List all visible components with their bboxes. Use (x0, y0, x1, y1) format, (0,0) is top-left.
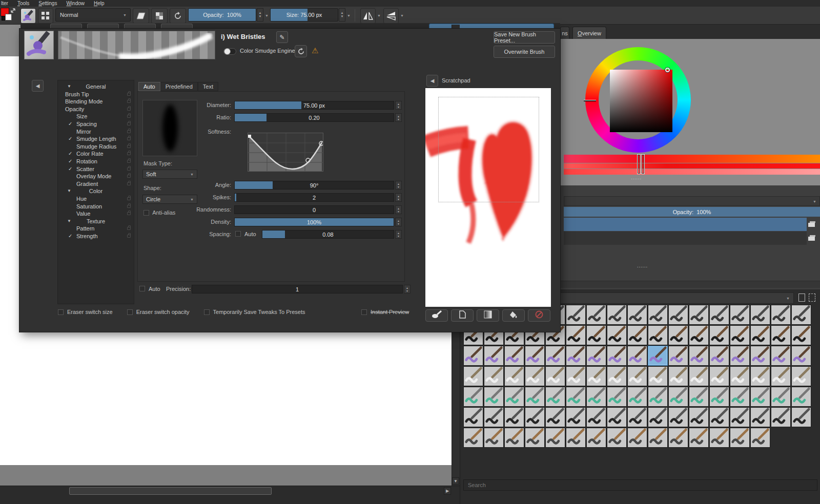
brush-preset[interactable] (791, 305, 811, 325)
brush-preset[interactable] (545, 407, 565, 427)
brush-preset[interactable] (771, 325, 791, 345)
lock-icon[interactable] (127, 167, 131, 171)
reload-preset-button[interactable] (295, 45, 307, 57)
brush-preset[interactable] (627, 325, 647, 345)
document-tab-active[interactable] (429, 24, 554, 29)
mirror-horizontal-button[interactable] (360, 8, 376, 24)
brush-preset[interactable] (791, 325, 811, 345)
softness-curve-editor[interactable] (248, 133, 323, 172)
brush-preset[interactable] (689, 325, 709, 345)
spacing-spinner[interactable]: ▲▼ (395, 230, 402, 239)
brush-preset[interactable] (627, 407, 647, 427)
option-item-gradient[interactable]: Gradient (58, 180, 134, 188)
lock-icon[interactable] (127, 205, 131, 208)
brush-preset[interactable] (668, 407, 688, 427)
instant-preview-checkbox[interactable] (361, 309, 367, 315)
layer-row-selected[interactable] (564, 218, 807, 231)
checkbox[interactable] (127, 309, 133, 315)
option-item-overlay-mode[interactable]: Overlay Mode (58, 173, 134, 180)
option-section-general[interactable]: ▼General (58, 83, 134, 91)
option-item-smudge-radius[interactable]: Smudge Radius (58, 143, 134, 151)
brush-preset[interactable] (566, 305, 586, 325)
ratio-spinner[interactable]: ▲▼ (395, 113, 402, 122)
dock-tab-overview[interactable]: Overview (572, 27, 606, 39)
brush-preset[interactable] (607, 305, 627, 325)
brush-preset[interactable] (525, 346, 545, 366)
density-slider[interactable]: 100% (234, 218, 394, 226)
blending-mode-dropdown[interactable]: Normal ▼ (55, 8, 131, 22)
option-item-scatter[interactable]: ✓Scatter (58, 165, 134, 173)
brush-preset[interactable] (709, 346, 729, 366)
lock-icon[interactable] (127, 100, 131, 103)
strip-handle[interactable] (641, 154, 645, 174)
collapse-options-button[interactable]: ◀ (32, 80, 44, 92)
brush-preset[interactable] (545, 387, 565, 407)
option-item-strength[interactable]: ✓Strength (58, 233, 134, 240)
brush-preset[interactable] (566, 366, 586, 386)
precision-slider[interactable]: 1 (192, 285, 403, 293)
layer-opacity-slider[interactable]: Opacity: 100% (564, 207, 820, 217)
option-item-value[interactable]: Value (58, 210, 134, 218)
scratchpad-gradient-button[interactable] (477, 309, 499, 322)
brush-preset[interactable] (648, 407, 668, 427)
scroll-right-button[interactable]: ▶ (444, 487, 451, 495)
brush-preset[interactable] (586, 305, 606, 325)
splitter-dots[interactable]: ...... (637, 263, 648, 268)
brush-preset[interactable] (791, 387, 811, 407)
tab-auto[interactable]: Auto (138, 82, 160, 91)
brush-preset[interactable] (730, 387, 750, 407)
brush-preset[interactable] (525, 428, 545, 448)
diameter-spinner[interactable]: ▲▼ (395, 101, 402, 110)
import-resource-icon[interactable] (809, 293, 815, 302)
brush-preset[interactable] (689, 346, 709, 366)
lock-icon[interactable] (127, 108, 131, 111)
menu-item-help[interactable]: Help (94, 1, 105, 6)
brush-preset[interactable] (730, 407, 750, 427)
engine-toggle[interactable] (223, 48, 236, 55)
brush-preset[interactable] (730, 305, 750, 325)
opacity-options-chevron-icon[interactable]: ▼ (265, 14, 269, 17)
brush-preset[interactable] (586, 325, 606, 345)
brush-preset[interactable] (586, 428, 606, 448)
lock-icon[interactable] (127, 115, 131, 118)
spikes-slider[interactable]: 2 (234, 193, 394, 202)
brush-preset[interactable] (566, 346, 586, 366)
precision-spinner[interactable]: ▲▼ (404, 285, 411, 293)
lock-icon[interactable] (127, 145, 131, 148)
brush-preset[interactable] (504, 428, 524, 448)
brush-preset[interactable] (607, 346, 627, 366)
checkbox[interactable] (204, 309, 210, 315)
brush-preset[interactable] (525, 366, 545, 386)
lock-icon[interactable] (127, 93, 131, 96)
brush-preset[interactable] (586, 366, 606, 386)
size-options-chevron-icon[interactable]: ▼ (347, 14, 351, 17)
brush-preset-button[interactable] (20, 8, 36, 24)
brush-preset[interactable] (750, 428, 770, 448)
brush-preset[interactable] (484, 387, 504, 407)
menu-item-lter[interactable]: lter (1, 1, 8, 6)
option-section-color[interactable]: ▼Color (58, 187, 134, 195)
brush-preset[interactable] (648, 428, 668, 448)
brush-preset[interactable] (627, 346, 647, 366)
horizontal-scrollbar-thumb[interactable] (69, 487, 272, 495)
brush-preset[interactable] (484, 407, 504, 427)
brush-preset[interactable] (668, 366, 688, 386)
rename-preset-button[interactable]: ✎ (276, 31, 288, 43)
edit-brush-settings-button[interactable] (38, 8, 53, 24)
lock-icon[interactable] (127, 197, 131, 200)
density-spinner[interactable]: ▲▼ (395, 218, 402, 226)
brush-preset[interactable] (586, 407, 606, 427)
angle-slider[interactable]: 90° (234, 181, 394, 190)
brush-preset[interactable] (668, 305, 688, 325)
brush-preset[interactable] (627, 366, 647, 386)
toolbar-opacity-slider[interactable]: Opacity: 100% (188, 8, 256, 22)
overwrite-brush-button[interactable]: Overwrite Brush (494, 46, 555, 58)
brush-preset[interactable] (586, 346, 606, 366)
option-item-saturation[interactable]: Saturation (58, 203, 134, 211)
diameter-slider[interactable]: 75.00 px (234, 101, 394, 110)
brush-preset[interactable] (709, 305, 729, 325)
brush-preset[interactable] (709, 366, 729, 386)
angle-spinner[interactable]: ▲▼ (395, 181, 402, 190)
brush-preset[interactable] (463, 387, 483, 407)
brush-preset[interactable] (545, 346, 565, 366)
